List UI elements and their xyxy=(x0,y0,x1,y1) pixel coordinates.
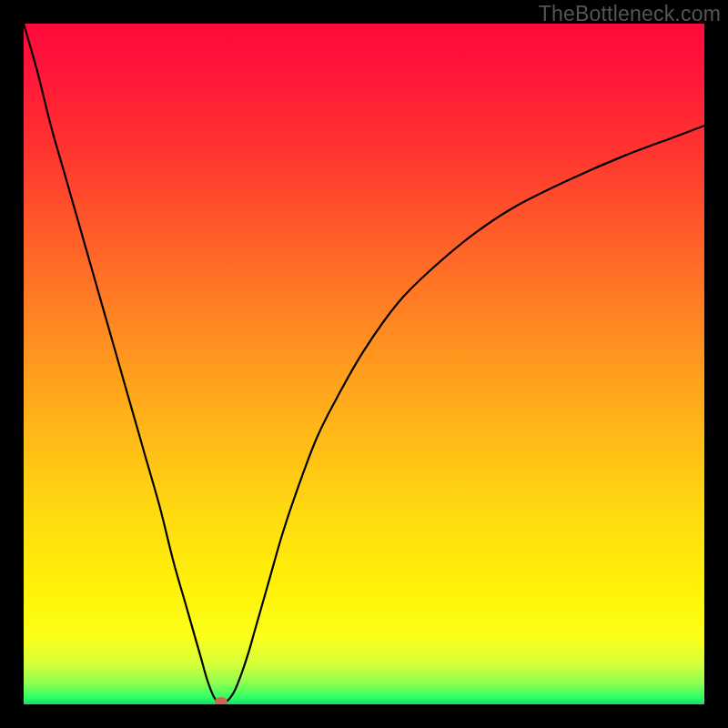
bottleneck-curve xyxy=(24,24,704,704)
plot-area xyxy=(24,24,704,704)
chart-frame: TheBottleneck.com xyxy=(0,0,728,728)
chart-svg xyxy=(24,24,704,704)
optimal-point-marker xyxy=(215,697,228,704)
watermark-text: TheBottleneck.com xyxy=(539,2,721,26)
